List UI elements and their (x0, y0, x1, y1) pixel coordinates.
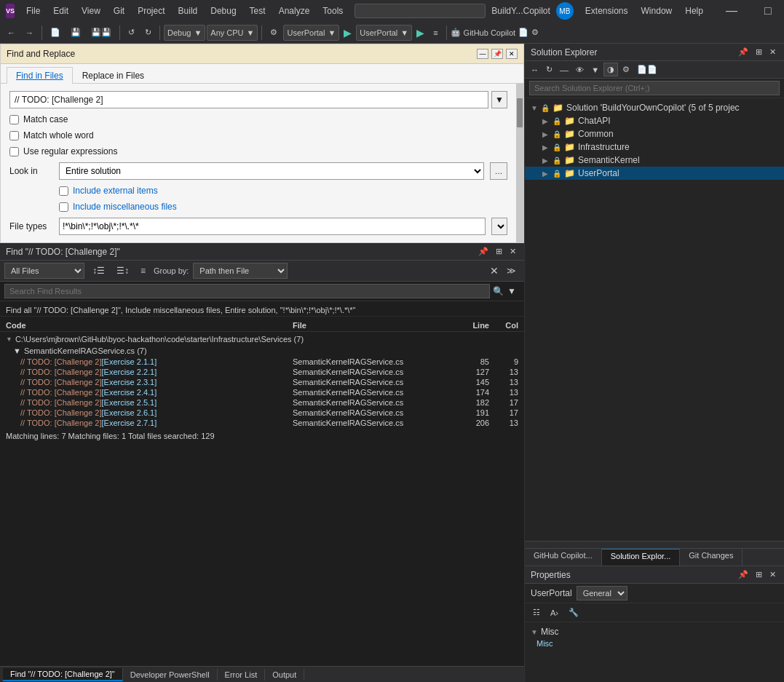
look-in-select[interactable]: Entire solution (59, 162, 484, 180)
panel-tab-gitchanges[interactable]: Git Changes (680, 549, 743, 566)
result-row-6[interactable]: // TODO: [Challenge 2][Exercise 2.7.1] S… (0, 418, 524, 428)
bottom-tab-find[interactable]: Find "// TODO: [Challenge 2]" (3, 668, 123, 681)
properties-category-dropdown[interactable]: General (577, 586, 627, 600)
platform-dropdown[interactable]: Any CPU ▼ (207, 25, 258, 41)
minimize-button[interactable]: — (715, 0, 748, 22)
menu-build[interactable]: Build (173, 4, 204, 17)
settings-button[interactable]: ⚙ (266, 24, 282, 41)
tab-find-in-files[interactable]: Find in Files (7, 67, 73, 84)
use-regex-checkbox[interactable] (9, 147, 19, 156)
bottom-tab-output[interactable]: Output (265, 669, 304, 681)
menu-debug[interactable]: Debug (205, 4, 242, 17)
tab-replace-in-files[interactable]: Replace in Files (73, 67, 154, 84)
result-row-0[interactable]: // TODO: [Challenge 2][Exercise 2.1.1] S… (0, 357, 524, 367)
dialog-minimize-button[interactable]: — (477, 49, 488, 59)
result-row-2[interactable]: // TODO: [Challenge 2][Exercise 2.3.1] S… (0, 377, 524, 387)
dialog-close-button[interactable]: ✕ (506, 49, 518, 59)
forward-button[interactable]: → (21, 24, 38, 41)
copilot-label[interactable]: 🤖 GitHub Copilot 📄 ⚙ (451, 28, 539, 37)
maximize-button[interactable]: □ (751, 0, 784, 22)
sol-close-button[interactable]: ✕ (767, 47, 778, 58)
more-run-options-button[interactable]: ≡ (429, 24, 442, 41)
sol-tree-userportal[interactable]: ▶ 🔒 📁 UserPortal (525, 167, 784, 180)
bottom-tab-powershell[interactable]: Developer PowerShell (123, 669, 218, 681)
sol-dock-button[interactable]: ⊞ (753, 47, 764, 58)
sol-h-scrollbar[interactable] (525, 541, 784, 548)
results-clear-button[interactable]: ✕ (490, 265, 499, 277)
file-types-dropdown[interactable] (491, 218, 507, 235)
menu-test[interactable]: Test (244, 4, 272, 17)
menu-edit[interactable]: Edit (47, 4, 74, 17)
results-extra-button[interactable]: ≫ (503, 263, 520, 278)
sol-tree-infrastructure[interactable]: ▶ 🔒 📁 Infrastructure (525, 140, 784, 154)
sol-tree-chatapi[interactable]: ▶ 🔒 📁 ChatAPI (525, 114, 784, 127)
sol-refresh-button[interactable]: ↻ (543, 63, 555, 76)
sol-pin-button[interactable]: 📌 (736, 47, 751, 58)
results-close-title-button[interactable]: ✕ (507, 246, 518, 257)
result-row-5[interactable]: // TODO: [Challenge 2][Exercise 2.6.1] S… (0, 408, 524, 418)
results-pin-button[interactable]: 📌 (476, 246, 491, 257)
user-avatar[interactable]: MB (556, 2, 574, 20)
menu-view[interactable]: View (76, 4, 106, 17)
group-by-select[interactable]: Path then File (193, 263, 288, 279)
menu-file[interactable]: File (20, 4, 46, 17)
sol-preview-button[interactable]: 📄📄 (634, 63, 660, 76)
results-sub-header-0[interactable]: ▼ SemanticKernelRAGService.cs (7) (0, 345, 524, 357)
include-external-checkbox[interactable] (59, 186, 68, 196)
sol-filter-button[interactable]: ▼ (588, 63, 602, 76)
sort-asc-button[interactable]: ↕☰ (89, 263, 108, 278)
results-group-header-0[interactable]: ▼ C:\Users\mjbrown\GitHub\byoc-hackathon… (0, 333, 524, 345)
sol-tree-common[interactable]: ▶ 🔒 📁 Common (525, 127, 784, 140)
look-in-browse-button[interactable]: … (490, 162, 507, 180)
menu-window[interactable]: Window (635, 4, 678, 17)
dialog-scrollbar[interactable] (516, 84, 523, 242)
start-profile-dropdown[interactable]: UserPortal ▼ (283, 25, 339, 41)
dialog-scrollbar-thumb[interactable] (517, 98, 523, 127)
menu-tools[interactable]: Tools (317, 4, 349, 17)
menu-project[interactable]: Project (132, 4, 170, 17)
properties-pin-button[interactable]: 📌 (736, 569, 751, 580)
menu-extensions[interactable]: Extensions (579, 4, 634, 17)
properties-grid-button[interactable]: ☷ (529, 606, 544, 619)
search-dropdown-button[interactable]: ▼ (491, 91, 507, 108)
match-whole-word-checkbox[interactable] (9, 131, 19, 140)
save-all-button[interactable]: 💾💾 (87, 24, 116, 41)
redo-button[interactable]: ↻ (140, 24, 156, 41)
results-filter-select[interactable]: All Files (4, 263, 84, 279)
sol-sync-button[interactable]: ↔ (528, 63, 542, 76)
results-search-dropdown[interactable]: ▼ (504, 284, 520, 298)
result-row-4[interactable]: // TODO: [Challenge 2][Exercise 2.5.1] S… (0, 397, 524, 408)
bottom-tab-errors[interactable]: Error List (218, 669, 266, 681)
properties-close-button[interactable]: ✕ (767, 569, 778, 580)
match-case-checkbox[interactable] (9, 115, 19, 124)
properties-wrench-button[interactable]: 🔧 (565, 606, 582, 619)
sol-tree-semantickernel[interactable]: ▶ 🔒 📁 SemanticKernel (525, 154, 784, 167)
sort-desc-button[interactable]: ☰↕ (113, 263, 132, 278)
result-row-3[interactable]: // TODO: [Challenge 2][Exercise 2.4.1] S… (0, 387, 524, 397)
dialog-pin-button[interactable]: 📌 (491, 49, 503, 59)
menu-help[interactable]: Help (679, 4, 709, 17)
global-search-input[interactable] (355, 4, 486, 18)
run-button[interactable]: ▶ (341, 25, 355, 40)
sol-collapse-button[interactable]: –– (557, 63, 571, 76)
sol-tree-solution[interactable]: ▼ 🔒 📁 Solution 'BuildYourOwnCopilot' (5 … (525, 101, 784, 114)
file-types-input[interactable] (59, 218, 486, 235)
search-input[interactable] (9, 91, 488, 108)
sol-properties-button[interactable]: ⚙ (619, 63, 633, 76)
properties-dock-button[interactable]: ⊞ (753, 569, 764, 580)
panel-tab-copilot[interactable]: GitHub Copilot... (525, 549, 602, 566)
undo-button[interactable]: ↺ (124, 24, 139, 41)
debug-config-dropdown[interactable]: Debug ▼ (164, 25, 205, 41)
include-misc-checkbox[interactable] (59, 202, 68, 212)
panel-tab-solution[interactable]: Solution Explor... (602, 549, 681, 566)
sol-show-all-button[interactable]: 👁 (573, 63, 587, 76)
new-file-button[interactable]: 📄 (46, 24, 65, 41)
run-profile-dropdown[interactable]: UserPortal ▼ (356, 25, 412, 41)
result-row-1[interactable]: // TODO: [Challenge 2][Exercise 2.2.1] S… (0, 367, 524, 377)
results-search-input[interactable] (4, 284, 490, 298)
save-button[interactable]: 💾 (66, 24, 85, 41)
sol-settings-highlight-button[interactable]: ◑ (603, 63, 618, 76)
run-profile-run-button[interactable]: ▶ (413, 25, 427, 40)
back-button[interactable]: ← (3, 24, 20, 41)
menu-analyze[interactable]: Analyze (273, 4, 316, 17)
